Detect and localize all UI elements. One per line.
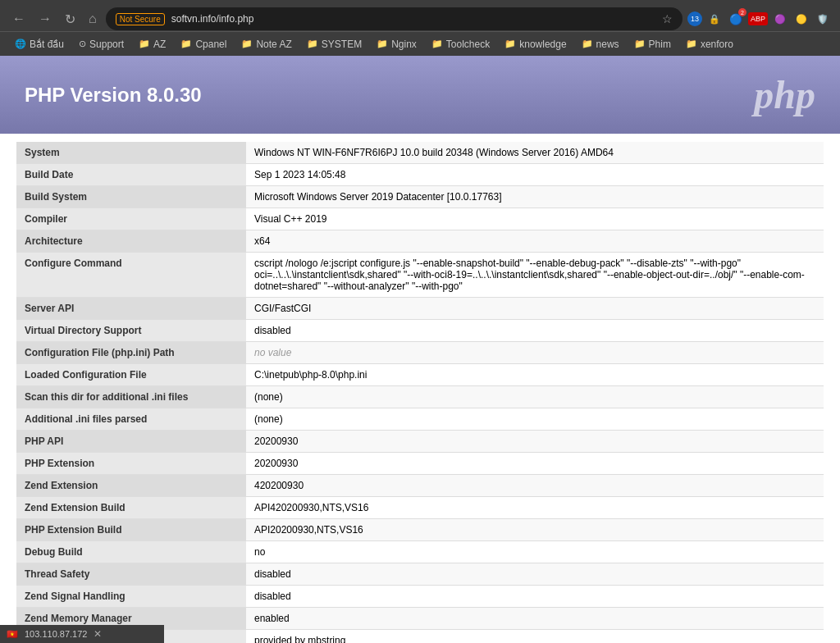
row-label: PHP Extension Build xyxy=(16,519,246,541)
row-label: System xyxy=(16,142,246,164)
bookmark-icon-system: 📁 xyxy=(307,39,318,49)
row-label: Zend Extension xyxy=(16,475,246,497)
info-table-wrapper: SystemWindows NT WIN-F6NF7R6I6PJ 10.0 bu… xyxy=(0,134,840,643)
bookmark-label-phim: Phim xyxy=(649,39,671,50)
table-row: Virtual Directory Supportdisabled xyxy=(16,320,824,342)
row-value: x64 xyxy=(246,230,824,253)
table-row: Configure Commandcscript /nologo /e:jscr… xyxy=(16,253,824,298)
bookmark-cpanel[interactable]: 📁Cpanel xyxy=(174,37,233,52)
row-label: Loaded Configuration File xyxy=(16,364,246,386)
bookmark-phim[interactable]: 📁Phim xyxy=(628,37,678,52)
bookmark-bat-dau[interactable]: 🌐Bắt đầu xyxy=(8,37,71,52)
flag-icon: 🇻🇳 xyxy=(7,629,18,640)
table-row: PHP Extension20200930 xyxy=(16,453,824,475)
ext-icon-5[interactable]: 🛡️ xyxy=(814,10,832,28)
bookmark-icon-note-az: 📁 xyxy=(241,39,253,49)
ext-icon-3[interactable]: 🟣 xyxy=(771,10,789,28)
row-value: disabled xyxy=(246,320,824,342)
bookmark-icon-support: ⊙ xyxy=(79,39,86,49)
lock-icon: 🔒 xyxy=(705,10,724,28)
bookmark-label-xenforo: xenforo xyxy=(701,39,733,50)
bookmark-icon-nginx: 📁 xyxy=(377,39,388,49)
row-label: Server API xyxy=(16,298,246,320)
bookmark-note-az[interactable]: 📁Note AZ xyxy=(235,37,298,52)
adblock-icon[interactable]: ABP xyxy=(748,12,768,25)
star-icon[interactable]: ☆ xyxy=(662,12,673,25)
php-header: PHP Version 8.0.30 php xyxy=(0,56,840,134)
table-row: Zend Signal Handlingdisabled xyxy=(16,586,824,608)
bookmark-icon-phim: 📁 xyxy=(634,39,646,49)
php-info-table: SystemWindows NT WIN-F6NF7R6I6PJ 10.0 bu… xyxy=(16,142,824,643)
row-value: Visual C++ 2019 xyxy=(246,208,824,230)
home-button[interactable]: ⌂ xyxy=(84,10,101,28)
table-row: Zend Extension BuildAPI420200930,NTS,VS1… xyxy=(16,497,824,519)
tab-count-badge: 13 xyxy=(687,11,702,26)
bookmark-xenforo[interactable]: 📁xenforo xyxy=(679,37,740,52)
bookmark-system[interactable]: 📁SYSTEM xyxy=(300,37,368,52)
bookmark-label-bat-dau: Bắt đầu xyxy=(30,39,64,50)
bookmark-icon-toolcheck: 📁 xyxy=(431,39,443,49)
php-logo: php xyxy=(754,72,815,117)
row-value: Windows NT WIN-F6NF7R6I6PJ 10.0 build 20… xyxy=(246,142,824,164)
row-value: Sep 1 2023 14:05:48 xyxy=(246,164,824,186)
bookmark-icon-bat-dau: 🌐 xyxy=(15,39,26,49)
row-value: Microsoft Windows Server 2019 Datacenter… xyxy=(246,186,824,208)
row-label: Build Date xyxy=(16,164,246,186)
bookmark-support[interactable]: ⊙Support xyxy=(72,37,130,52)
row-label: Virtual Directory Support xyxy=(16,320,246,342)
row-label: Build System xyxy=(16,186,246,208)
bookmark-icon-az: 📁 xyxy=(139,39,150,49)
bookmark-label-support: Support xyxy=(89,39,124,50)
ext-icon-1[interactable]: 🔵 2 xyxy=(727,10,745,28)
bookmark-label-toolcheck: Toolcheck xyxy=(446,39,490,50)
table-row: Debug Buildno xyxy=(16,541,824,563)
bookmark-news[interactable]: 📁news xyxy=(575,37,626,52)
ext-icon-4[interactable]: 🟡 xyxy=(792,10,810,28)
bookmark-icon-cpanel: 📁 xyxy=(180,39,192,49)
bookmark-label-system: SYSTEM xyxy=(322,39,362,50)
bookmark-az[interactable]: 📁AZ xyxy=(132,37,172,52)
row-value: 20200930 xyxy=(246,431,824,453)
row-value: enabled xyxy=(246,608,824,630)
table-row: Configuration File (php.ini) Pathno valu… xyxy=(16,342,824,364)
row-label: Architecture xyxy=(16,230,246,253)
back-button[interactable]: ← xyxy=(8,10,30,28)
row-value: cscript /nologo /e:jscript configure.js … xyxy=(246,253,824,298)
row-label: Debug Build xyxy=(16,541,246,563)
table-row: Zend Extension420200930 xyxy=(16,475,824,497)
table-row: Additional .ini files parsed(none) xyxy=(16,408,824,431)
bookmark-label-news: news xyxy=(596,39,619,50)
table-row: PHP API20200930 xyxy=(16,431,824,453)
row-value: provided by mbstring xyxy=(246,630,824,644)
row-label: Zend Extension Build xyxy=(16,497,246,519)
table-row: Loaded Configuration FileC:\inetpub\php-… xyxy=(16,364,824,386)
row-value: API420200930,NTS,VS16 xyxy=(246,497,824,519)
forward-button[interactable]: → xyxy=(34,10,56,28)
bookmark-knowledge[interactable]: 📁knowledge xyxy=(498,37,573,52)
table-row: CompilerVisual C++ 2019 xyxy=(16,208,824,230)
table-row: SystemWindows NT WIN-F6NF7R6I6PJ 10.0 bu… xyxy=(16,142,824,164)
bookmark-toolcheck[interactable]: 📁Toolcheck xyxy=(425,37,496,52)
bookmark-label-note-az: Note AZ xyxy=(256,39,291,50)
row-label: Thread Safety xyxy=(16,563,246,586)
reload-button[interactable]: ↻ xyxy=(61,10,80,29)
row-value: disabled xyxy=(246,586,824,608)
status-bar-close[interactable]: ✕ xyxy=(94,628,102,640)
bookmark-nginx[interactable]: 📁Nginx xyxy=(370,37,423,52)
address-bar[interactable]: Not Secure softvn.info/info.php ☆ xyxy=(106,7,682,30)
bookmark-icon-news: 📁 xyxy=(582,39,593,49)
table-row: Server APICGI/FastCGI xyxy=(16,298,824,320)
bookmark-label-cpanel: Cpanel xyxy=(195,39,226,50)
table-row: Scan this dir for additional .ini files(… xyxy=(16,386,824,408)
table-row: Build SystemMicrosoft Windows Server 201… xyxy=(16,186,824,208)
security-badge: Not Secure xyxy=(116,13,165,25)
bookmark-icon-knowledge: 📁 xyxy=(504,39,516,49)
row-value: C:\inetpub\php-8.0\php.ini xyxy=(246,364,824,386)
row-value: API20200930,NTS,VS16 xyxy=(246,519,824,541)
row-label: Compiler xyxy=(16,208,246,230)
bookmark-label-nginx: Nginx xyxy=(391,39,417,50)
php-version-title: PHP Version 8.0.30 xyxy=(25,84,202,107)
row-value: no xyxy=(246,541,824,563)
url-text: softvn.info/info.php xyxy=(171,13,655,25)
row-value: no value xyxy=(246,342,824,364)
